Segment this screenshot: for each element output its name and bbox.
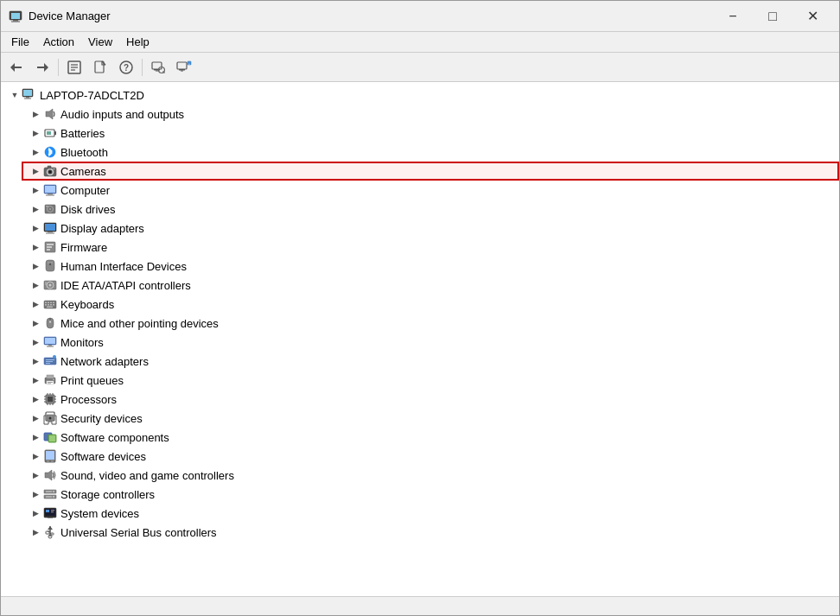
main-content: LAPTOP-7ADCLT2D bbox=[1, 82, 839, 596]
app-icon bbox=[8, 9, 23, 24]
close-button[interactable]: ✕ bbox=[792, 3, 832, 29]
software-components-icon bbox=[42, 429, 58, 445]
tree-item-print[interactable]: Print queues bbox=[22, 371, 839, 390]
tree-item-system[interactable]: System devices bbox=[22, 504, 839, 523]
svg-rect-88 bbox=[48, 397, 53, 402]
svg-rect-71 bbox=[49, 321, 51, 323]
tree-item-processors[interactable]: Processors bbox=[22, 390, 839, 409]
sound-icon bbox=[42, 467, 58, 483]
tree-item-usb[interactable]: Universal Serial Bus controllers bbox=[22, 523, 839, 542]
tree-item-storage[interactable]: Storage controllers bbox=[22, 485, 839, 504]
svg-rect-127 bbox=[51, 533, 54, 535]
svg-rect-23 bbox=[24, 98, 31, 99]
firmware-icon bbox=[42, 239, 58, 255]
tree-panel[interactable]: LAPTOP-7ADCLT2D bbox=[1, 82, 839, 596]
svg-rect-61 bbox=[48, 302, 49, 304]
forward-button[interactable] bbox=[30, 56, 54, 79]
svg-rect-38 bbox=[46, 195, 54, 196]
hid-icon bbox=[42, 258, 58, 274]
svg-rect-21 bbox=[23, 90, 32, 96]
tree-item-mice[interactable]: Mice and other pointing devices bbox=[22, 314, 839, 333]
svg-rect-75 bbox=[47, 346, 54, 347]
system-chevron bbox=[29, 506, 42, 520]
status-bar bbox=[1, 596, 839, 615]
svg-rect-79 bbox=[46, 363, 50, 364]
cameras-chevron bbox=[29, 164, 42, 178]
tree-item-software-devices[interactable]: Software devices bbox=[22, 447, 839, 466]
tree-item-bluetooth[interactable]: Bluetooth bbox=[22, 143, 839, 162]
svg-text:?: ? bbox=[124, 63, 129, 73]
processors-chevron bbox=[29, 392, 42, 406]
sound-chevron bbox=[29, 468, 42, 482]
mice-chevron bbox=[29, 316, 42, 330]
monitors-icon bbox=[42, 334, 58, 350]
svg-point-28 bbox=[45, 147, 55, 157]
toolbar: ? + bbox=[1, 53, 839, 82]
hid-chevron bbox=[29, 259, 42, 273]
keyboards-icon bbox=[42, 296, 58, 312]
batteries-chevron bbox=[29, 126, 42, 140]
tree-item-software-components[interactable]: Software components bbox=[22, 428, 839, 447]
tree-item-hid[interactable]: Human Interface Devices bbox=[22, 257, 839, 276]
tree-item-audio[interactable]: Audio inputs and outputs bbox=[22, 105, 839, 124]
usb-icon bbox=[42, 524, 58, 540]
svg-rect-57 bbox=[45, 283, 47, 283]
tree-item-keyboards[interactable]: Keyboards bbox=[22, 295, 839, 314]
device-manager-window: Device Manager − □ ✕ File Action View He… bbox=[0, 0, 840, 616]
svg-marker-24 bbox=[46, 109, 53, 119]
network-chevron bbox=[29, 354, 42, 368]
tree-item-cameras[interactable]: Cameras bbox=[22, 162, 839, 181]
network-icon bbox=[42, 353, 58, 369]
svg-point-115 bbox=[53, 496, 54, 498]
properties-button[interactable] bbox=[62, 56, 86, 79]
tree-item-security[interactable]: Security devices bbox=[22, 409, 839, 428]
disk-label: Disk drives bbox=[60, 203, 116, 216]
software-devices-label: Software devices bbox=[60, 450, 146, 463]
tree-item-firmware[interactable]: Firmware bbox=[22, 238, 839, 257]
svg-rect-117 bbox=[46, 496, 52, 497]
usb-chevron bbox=[29, 525, 42, 539]
toolbar-sep-1 bbox=[58, 59, 59, 76]
maximize-button[interactable]: □ bbox=[753, 3, 792, 29]
hid-label: Human Interface Devices bbox=[60, 260, 187, 273]
svg-rect-68 bbox=[47, 307, 53, 308]
menu-help[interactable]: Help bbox=[119, 34, 156, 50]
svg-rect-122 bbox=[51, 511, 54, 512]
tree-item-disk[interactable]: Disk drives bbox=[22, 200, 839, 219]
bluetooth-label: Bluetooth bbox=[60, 146, 108, 159]
computer-node-icon bbox=[42, 182, 58, 198]
tree-item-sound[interactable]: Sound, video and game controllers bbox=[22, 466, 839, 485]
tree-item-display[interactable]: Display adapters bbox=[22, 219, 839, 238]
svg-rect-51 bbox=[46, 260, 54, 271]
menu-file[interactable]: File bbox=[4, 34, 36, 50]
window-controls: − □ ✕ bbox=[713, 3, 832, 29]
storage-label: Storage controllers bbox=[60, 488, 155, 501]
tree-item-ide[interactable]: IDE ATA/ATAPI controllers bbox=[22, 276, 839, 295]
help-button[interactable]: ? bbox=[114, 56, 138, 79]
svg-rect-44 bbox=[45, 224, 55, 231]
svg-rect-50 bbox=[47, 249, 50, 251]
device-manager-icon-button[interactable]: + bbox=[172, 56, 196, 79]
tree-item-monitors[interactable]: Monitors bbox=[22, 333, 839, 352]
menu-action[interactable]: Action bbox=[36, 34, 81, 50]
tree-item-computer[interactable]: Computer bbox=[22, 181, 839, 200]
svg-rect-67 bbox=[53, 304, 54, 306]
minimize-button[interactable]: − bbox=[713, 3, 753, 29]
svg-rect-26 bbox=[54, 131, 56, 135]
scan-changes-button[interactable] bbox=[146, 56, 170, 79]
tree-item-batteries[interactable]: Batteries bbox=[22, 124, 839, 143]
svg-rect-106 bbox=[49, 435, 55, 441]
keyboards-label: Keyboards bbox=[60, 298, 114, 311]
svg-rect-64 bbox=[45, 304, 47, 306]
svg-rect-58 bbox=[45, 284, 47, 285]
svg-rect-33 bbox=[48, 166, 51, 168]
processors-icon bbox=[42, 391, 58, 407]
ide-chevron bbox=[29, 278, 42, 292]
root-label: LAPTOP-7ADCLT2D bbox=[40, 89, 144, 102]
svg-rect-27 bbox=[47, 131, 51, 135]
back-button[interactable] bbox=[4, 56, 29, 79]
tree-item-network[interactable]: Network adapters bbox=[22, 352, 839, 371]
update-driver-button[interactable] bbox=[88, 56, 112, 79]
tree-root-item[interactable]: LAPTOP-7ADCLT2D bbox=[1, 86, 839, 105]
menu-view[interactable]: View bbox=[81, 34, 119, 50]
